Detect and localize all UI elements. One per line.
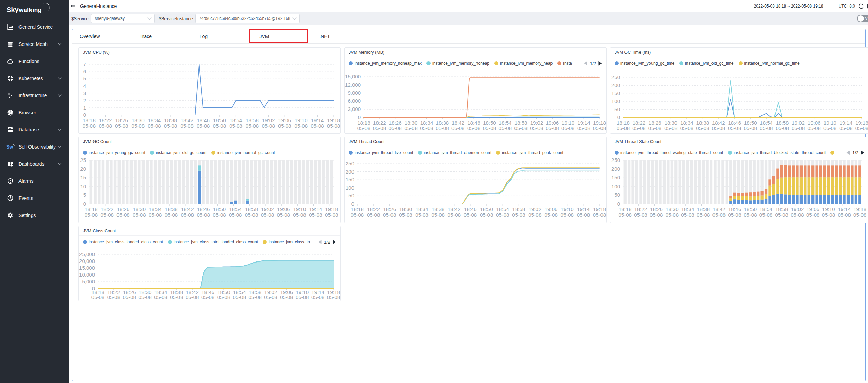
svg-text:05-08: 05-08 (170, 294, 183, 300)
svg-text:05-08: 05-08 (213, 123, 226, 129)
service-select[interactable]: shenyu-gateway (91, 14, 155, 23)
collapse-sidebar-icon[interactable] (69, 3, 76, 10)
sidebar-item-infrastructure[interactable]: Infrastructure (0, 87, 69, 104)
refresh-icon[interactable] (858, 3, 864, 9)
legend-label: instance_jvm_memory_heap (500, 61, 553, 66)
legend-item[interactable]: insta (557, 61, 572, 66)
pager-prev-icon[interactable] (584, 61, 587, 66)
legend-label: instance_jvm_thread_timed_waiting_state_… (620, 150, 723, 155)
legend-label: instance_jvm_normal_gc_count (217, 150, 275, 155)
sidebar-item-kubernetes[interactable]: Kubernetes (0, 70, 69, 87)
svg-text:05-08: 05-08 (480, 212, 493, 218)
svg-text:05-08: 05-08 (577, 125, 590, 131)
panel-jvm-cpu: JVM CPU (%)0123456718:1805-0818:2205-081… (78, 47, 341, 134)
legend-item[interactable]: instance_jvm_thread_peak_count (496, 150, 563, 155)
settings-icon (7, 212, 13, 218)
sidebar-item-browser[interactable]: Browser (0, 104, 69, 121)
sidebar-item-label: Functions (18, 59, 39, 64)
pager-prev-icon[interactable] (846, 150, 850, 155)
legend-item[interactable]: instance_jvm_memory_noheap_max (349, 61, 422, 66)
tab-log[interactable]: Log (192, 29, 252, 43)
legend-item[interactable]: instance_jvm_thread_blocked_state_thread… (728, 150, 826, 155)
pager-prev-icon[interactable] (318, 240, 322, 244)
svg-text:18:42: 18:42 (712, 206, 726, 212)
sidebar-item-service-mesh[interactable]: Service Mesh (0, 36, 69, 53)
timezone-label[interactable]: UTC+8:0 (839, 4, 855, 9)
legend-item[interactable]: instance_jvm_old_gc_time (679, 61, 733, 66)
pager-next-icon[interactable] (333, 240, 336, 244)
legend-item[interactable]: instance_jvm_young_gc_count (83, 150, 145, 155)
truncated-icon[interactable] (867, 3, 868, 9)
sidebar-item-events[interactable]: Events (0, 190, 69, 207)
sidebar-item-alarms[interactable]: Alarms (0, 173, 69, 190)
svg-text:05-08: 05-08 (436, 125, 449, 131)
legend-item[interactable]: instance_jvm_old_gc_count (150, 150, 207, 155)
svg-text:05-08: 05-08 (744, 212, 757, 218)
skywalking-logo[interactable]: Skywalking (0, 0, 69, 19)
legend-item[interactable]: instance_jvm_class_to (263, 240, 310, 244)
sidebar-item-label: General Service (18, 24, 53, 30)
svg-text:18:22: 18:22 (373, 120, 386, 126)
sidebar-item-self-observability[interactable]: SwSelf Observability (0, 138, 69, 155)
legend-dot (679, 61, 683, 65)
view-toggle[interactable]: V (857, 15, 868, 22)
svg-text:18:54: 18:54 (760, 120, 773, 126)
legend-item[interactable]: instance_jvm_young_gc_time (615, 61, 674, 66)
svg-text:19:02: 19:02 (791, 206, 804, 212)
sidebar-item-database[interactable]: Database (0, 121, 69, 138)
panel-header: JVM GC Time (ms) (610, 48, 868, 57)
legend-dot (557, 61, 561, 65)
svg-text:05-08: 05-08 (132, 123, 145, 129)
svg-text:6,000: 6,000 (348, 98, 361, 104)
svg-text:05-08: 05-08 (514, 125, 527, 131)
legend-item[interactable]: instance_jvm_thread_live_count (349, 150, 413, 155)
legend-dot (615, 151, 619, 155)
svg-text:18:50: 18:50 (480, 206, 493, 212)
tabs-bar: OverviewTraceLogJVM.NET (72, 29, 865, 44)
legend-item[interactable]: instance_jvm_normal_gc_count (211, 150, 275, 155)
svg-text:5: 5 (83, 76, 86, 81)
svg-text:18:38: 18:38 (432, 206, 445, 212)
svg-text:18:54: 18:54 (229, 206, 242, 212)
legend-item[interactable]: instance_jvm_memory_heap (494, 61, 553, 66)
tab-trace[interactable]: Trace (132, 29, 192, 43)
sidebar-item-settings[interactable]: Settings (0, 207, 69, 224)
sidebar-item-functions[interactable]: Functions (0, 53, 69, 70)
instance-value: 74d96c778c694c6b9b6322c62d55b765@192.168 (199, 16, 290, 21)
instance-select[interactable]: 74d96c778c694c6b9b6322c62d55b765@192.168 (195, 14, 299, 23)
legend-dot (211, 151, 215, 155)
legend-item[interactable]: instance_jvm_normal_gc_time (739, 61, 800, 66)
chart-legend: instance_jvm_class_loaded_class_countins… (79, 236, 340, 248)
legend-item[interactable]: instance_jvm_thread_daemon_count (418, 150, 491, 155)
svg-text:5,000: 5,000 (82, 279, 95, 284)
legend-item[interactable]: instance_jvm_thread_timed_waiting_state_… (615, 150, 723, 155)
svg-text:18:30: 18:30 (405, 120, 418, 126)
svg-text:18:18: 18:18 (357, 120, 370, 126)
legend-item[interactable]: instance_jvm_class_total_loaded_class_co… (168, 240, 258, 244)
tab-jvm[interactable]: JVM (252, 29, 312, 43)
sidebar-item-dashboards[interactable]: Dashboards (0, 155, 69, 173)
legend-label: instance_jvm_class_to (269, 240, 310, 244)
svg-text:05-08: 05-08 (530, 125, 543, 131)
svg-text:19:18: 19:18 (327, 117, 340, 123)
panel-title: JVM GC Time (ms) (615, 50, 651, 55)
svg-text:05-08: 05-08 (261, 212, 274, 218)
legend-label: instance_jvm_thread_blocked_state_thread… (734, 150, 826, 155)
legend-pager: 1/2 (584, 61, 602, 66)
legend-item[interactable]: instance_jvm_memory_noheap (426, 61, 489, 66)
tab-overview[interactable]: Overview (72, 29, 132, 43)
svg-text:05-08: 05-08 (697, 212, 710, 218)
time-range-picker[interactable]: 2022-05-08 18:18 ~ 2022-05-08 19:18 (754, 4, 823, 9)
svg-text:05-08: 05-08 (650, 212, 663, 218)
pager-next-icon[interactable] (598, 61, 602, 66)
tab-net[interactable]: .NET (312, 29, 372, 43)
legend-dot (728, 151, 732, 155)
legend-item[interactable]: instance_jvm_class_loaded_class_count (83, 240, 163, 244)
svg-text:18:18: 18:18 (617, 120, 630, 126)
sidebar-item-general-service[interactable]: General Service (0, 18, 69, 36)
svg-text:18:38: 18:38 (165, 206, 178, 212)
pager-next-icon[interactable] (861, 150, 865, 155)
legend-dot (83, 240, 87, 244)
legend-item[interactable] (830, 151, 834, 155)
svg-text:18:34: 18:34 (680, 120, 693, 126)
